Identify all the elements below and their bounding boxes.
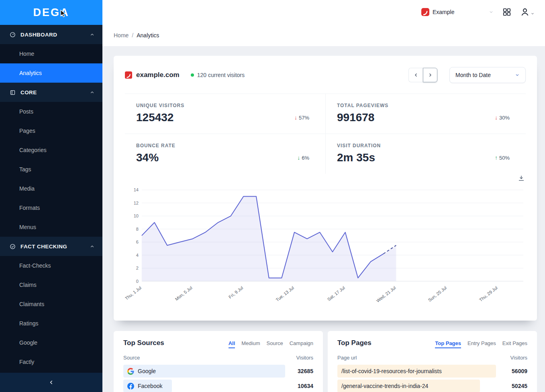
sidebar-item-menus[interactable]: Menus	[0, 217, 102, 237]
table-header: Page url Visitors	[337, 350, 527, 365]
tab-all[interactable]: All	[229, 340, 235, 348]
date-range-value: Month to Date	[455, 72, 491, 78]
sidebar-item-label: Posts	[19, 108, 33, 115]
stat-value: 125432	[136, 111, 174, 124]
sidebar-item-tags[interactable]: Tags	[0, 160, 102, 179]
svg-text:10: 10	[134, 213, 139, 218]
table-header: Source Visitors	[123, 350, 313, 365]
sidebar-item-ratings[interactable]: Ratings	[0, 314, 102, 333]
tab-entry-pages[interactable]: Entry Pages	[467, 340, 496, 348]
site-info: example.com 120 current visitors	[125, 71, 245, 79]
main-area: Example Home / Analytics	[102, 0, 545, 392]
live-visitors: 120 current visitors	[191, 72, 245, 78]
sidebar-nav: DASHBOARD Home Analytics CORE Posts Page…	[0, 25, 102, 373]
chevron-left-icon	[413, 72, 419, 78]
top-sources-card: Top Sources All Medium Source Campaign S…	[114, 331, 323, 392]
sidebar-item-home[interactable]: Home	[0, 44, 102, 63]
site-logo-icon	[125, 71, 132, 79]
sidebar-item-label: Home	[19, 51, 34, 57]
range-pager	[408, 68, 437, 82]
sidebar-item-fact-checks[interactable]: Fact-Checks	[0, 256, 102, 275]
table-row[interactable]: /list-of-covid-19-resources-for-journali…	[337, 365, 527, 378]
sidebar-section-fact-checking[interactable]: FACT CHECKING	[0, 237, 102, 256]
table-row[interactable]: Facebook 10634	[123, 380, 313, 392]
date-range-select[interactable]: Month to Date	[449, 67, 526, 83]
sidebar-collapse-button[interactable]	[0, 373, 102, 392]
sidebar-item-claimants[interactable]: Claimants	[0, 295, 102, 314]
sidebar-item-label: Analytics	[19, 70, 42, 76]
download-icon[interactable]	[518, 175, 525, 182]
stat-delta-value: 6%	[302, 155, 309, 161]
sidebar-section-dashboard[interactable]: DASHBOARD	[0, 25, 102, 44]
sidebar-item-pages[interactable]: Pages	[0, 121, 102, 140]
source-visitors: 10634	[285, 380, 313, 392]
page-visitors: 50245	[499, 380, 527, 392]
org-select-value: Example	[433, 9, 454, 15]
sidebar-item-media[interactable]: Media	[0, 179, 102, 198]
svg-text:14: 14	[134, 187, 139, 192]
sidebar-item-label: Tags	[19, 166, 31, 173]
next-period-button[interactable]	[423, 68, 437, 82]
sidebar-item-claims[interactable]: Claims	[0, 275, 102, 295]
stats-grid: UNIQUE VISITORS 125432 ↓57% TOTAL PAGEVI…	[125, 93, 526, 174]
app-logo[interactable]: DEGA	[0, 0, 102, 25]
stat-label: VISIT DURATION	[337, 143, 510, 148]
stat-label: UNIQUE VISITORS	[136, 103, 309, 108]
svg-text:8: 8	[136, 227, 139, 232]
svg-text:2: 2	[136, 266, 139, 270]
svg-text:12: 12	[134, 201, 139, 205]
page-url: /general-vaccine-trends-in-india-24	[341, 383, 428, 389]
sidebar: DEGA DASHBOARD Home Analytics CORE Post	[0, 0, 102, 392]
tab-source[interactable]: Source	[267, 340, 283, 348]
page-visitors: 56009	[499, 365, 527, 378]
breadcrumb: Home / Analytics	[102, 24, 545, 46]
stat-delta: ↓57%	[294, 114, 309, 121]
prev-period-button[interactable]	[408, 68, 423, 82]
tab-campaign[interactable]: Campaign	[290, 340, 313, 348]
top-pages-card: Top Pages Top Pages Entry Pages Exit Pag…	[328, 331, 537, 392]
stat-value: 991678	[337, 111, 374, 124]
sidebar-item-posts[interactable]: Posts	[0, 102, 102, 121]
column-visitors: Visitors	[296, 355, 313, 361]
sidebar-section-label: FACT CHECKING	[20, 244, 67, 250]
trend-down-icon: ↓	[495, 114, 498, 121]
sidebar-item-label: Ratings	[19, 320, 38, 327]
column-source: Source	[123, 355, 140, 361]
sidebar-section-core[interactable]: CORE	[0, 83, 102, 102]
tab-top-pages[interactable]: Top Pages	[435, 340, 461, 348]
sidebar-item-categories[interactable]: Categories	[0, 140, 102, 160]
apps-grid-icon[interactable]	[502, 8, 511, 16]
svg-text:6: 6	[136, 240, 139, 244]
table-row[interactable]: /general-vaccine-trends-in-india-24 5024…	[337, 380, 527, 392]
stat-delta: ↓30%	[495, 114, 510, 121]
content: example.com 120 current visitors	[102, 46, 545, 392]
sidebar-item-analytics[interactable]: Analytics	[0, 63, 102, 83]
table-row[interactable]: Google 32685	[123, 365, 313, 378]
stat-delta-value: 50%	[499, 155, 510, 161]
sidebar-item-factly[interactable]: Factly	[0, 352, 102, 372]
facebook-icon	[127, 383, 134, 390]
sidebar-item-label: Menus	[19, 224, 36, 230]
core-icon	[10, 89, 16, 95]
chevron-down-icon	[531, 12, 535, 16]
topbar: Example	[102, 0, 545, 24]
org-select[interactable]: Example	[421, 8, 494, 16]
bottom-cards: Top Sources All Medium Source Campaign S…	[114, 331, 537, 392]
breadcrumb-home[interactable]: Home	[114, 32, 129, 39]
breadcrumb-separator: /	[132, 32, 133, 39]
stat-unique-visitors: UNIQUE VISITORS 125432 ↓57%	[125, 94, 325, 134]
svg-text:0: 0	[136, 279, 139, 284]
tab-medium[interactable]: Medium	[241, 340, 260, 348]
svg-text:Mon, 5 Jul: Mon, 5 Jul	[174, 285, 193, 302]
sidebar-item-formats[interactable]: Formats	[0, 198, 102, 217]
chevron-down-icon	[489, 10, 494, 14]
fact-checking-icon	[10, 244, 16, 250]
stat-label: TOTAL PAGEVIEWS	[337, 103, 510, 108]
tab-exit-pages[interactable]: Exit Pages	[502, 340, 527, 348]
user-menu[interactable]	[520, 7, 535, 17]
analytics-card-header: example.com 120 current visitors	[125, 63, 526, 93]
app-logo-text: DEGA	[33, 6, 69, 19]
sidebar-item-google[interactable]: Google	[0, 333, 102, 352]
trend-down-icon: ↓	[297, 154, 300, 161]
source-visitors: 32685	[285, 365, 313, 378]
